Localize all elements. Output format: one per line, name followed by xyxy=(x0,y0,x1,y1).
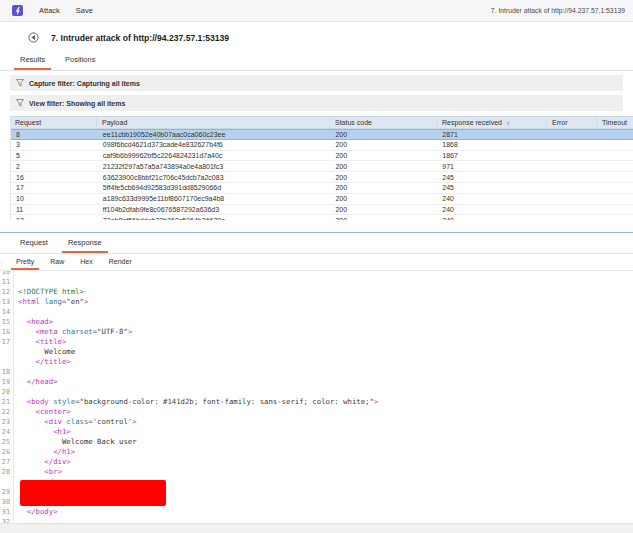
table-row[interactable]: 17 5ff4fe5cb694d92583d391dd8529066d 200 … xyxy=(11,183,633,194)
line-number xyxy=(0,347,14,357)
code-line: 14 xyxy=(0,307,633,317)
code-line: 18 xyxy=(0,367,633,377)
line-number: 26 xyxy=(0,447,14,457)
view-filter-bar[interactable]: View filter: Showing all items xyxy=(10,95,623,111)
sort-chevron-icon: ∨ xyxy=(506,119,510,126)
code-line: 28 <br> xyxy=(0,467,633,477)
code-line: 22 <center> xyxy=(0,407,633,417)
code-line: </title> xyxy=(0,357,633,367)
cell-error xyxy=(547,130,597,139)
back-circle-icon[interactable] xyxy=(28,32,39,43)
line-number: 12 xyxy=(0,287,14,297)
line-number: 30 xyxy=(0,497,14,507)
redaction-box xyxy=(20,480,166,506)
request-response-tabs: Request Response xyxy=(0,233,633,254)
code-line: 27 </div> xyxy=(0,457,633,467)
window-title-text: 7. Intruder attack of http://94.237.57.1… xyxy=(491,7,625,14)
column-header-error[interactable]: Error xyxy=(547,117,597,128)
line-number: 23 xyxy=(0,417,14,427)
line-number: 22 xyxy=(0,407,14,417)
cell-status-code: 200 xyxy=(330,215,437,220)
cell-status-code: 200 xyxy=(330,194,437,204)
cell-payload: 63623900c8bbf21c706c45dcb7a2c083 xyxy=(98,172,331,182)
code-line: 31 </body> xyxy=(0,507,633,517)
horizontal-scrollbar[interactable] xyxy=(0,523,633,533)
cell-response-received: 240 xyxy=(437,194,547,204)
cell-error xyxy=(547,194,597,204)
response-code-view[interactable]: 101112<!DOCTYPE html>13<html lang="en">1… xyxy=(0,271,633,527)
line-number: 19 xyxy=(0,377,14,387)
capture-filter-label: Capture filter: Capturing all items xyxy=(29,80,140,87)
menu-attack[interactable]: Attack xyxy=(39,6,60,15)
column-header-response-received[interactable]: Response received∨ xyxy=(437,117,547,128)
cell-payload: ff104b2dfab9fe8c0676587292a636d3 xyxy=(98,205,331,215)
tab-pretty[interactable]: Pretty xyxy=(8,254,42,270)
table-row[interactable]: 8 ee11cbb19052e40b07aac0ca060c23ee 200 2… xyxy=(11,129,633,140)
line-number: 18 xyxy=(0,367,14,377)
line-number: 25 xyxy=(0,437,14,447)
table-row[interactable]: 11 ff104b2dfab9fe8c0676587292a636d3 200 … xyxy=(11,205,633,216)
cell-payload: ee11cbb19052e40b07aac0ca060c23ee xyxy=(98,130,331,139)
line-number: 14 xyxy=(0,307,14,317)
line-number: 28 xyxy=(0,467,14,477)
code-line: Welcome xyxy=(0,347,633,357)
column-header-timeout[interactable]: Timeout xyxy=(597,117,633,128)
tab-hex[interactable]: Hex xyxy=(72,254,100,270)
view-filter-label: View filter: Showing all items xyxy=(29,100,125,107)
table-row[interactable]: 3 098f6bcd4621d373cade4e832627b4f6 200 1… xyxy=(11,140,633,151)
cell-error xyxy=(547,172,597,182)
cell-error xyxy=(547,140,597,150)
column-header-status-code[interactable]: Status code xyxy=(330,117,437,128)
code-line: 26 </h1> xyxy=(0,447,633,457)
tab-raw[interactable]: Raw xyxy=(42,254,72,270)
table-row[interactable]: 16 63623900c8bbf21c706c45dcb7a2c083 200 … xyxy=(11,172,633,183)
column-header-payload[interactable]: Payload xyxy=(97,117,330,128)
cell-request: 5 xyxy=(11,151,98,161)
main-tabs: Results Positions xyxy=(0,51,633,71)
cell-error xyxy=(547,161,597,171)
cell-error xyxy=(547,151,597,161)
cell-response-received: 1867 xyxy=(437,151,547,161)
funnel-icon xyxy=(16,99,24,107)
tab-render[interactable]: Render xyxy=(101,254,140,270)
cell-payload: 72ab8af56bddab33b360c5064b26620a xyxy=(98,215,331,220)
cell-payload: caf9b6b99962bf5c2264824231d7a40c xyxy=(98,151,331,161)
cell-status-code: 200 xyxy=(330,140,437,150)
code-line: 12<!DOCTYPE html> xyxy=(0,287,633,297)
table-row[interactable]: 12 72ab8af56bddab33b360c5064b26620a 200 … xyxy=(11,215,633,220)
cell-timeout xyxy=(597,194,633,204)
code-line: 15 <head> xyxy=(0,317,633,327)
cell-timeout xyxy=(597,205,633,215)
table-row[interactable]: 2 21232f297a57a5a743894a0e4a801fc3 200 9… xyxy=(11,161,633,172)
line-number: 24 xyxy=(0,427,14,437)
code-line: 17 <title> xyxy=(0,337,633,347)
menu-save[interactable]: Save xyxy=(76,6,93,15)
code-line: 19 </head> xyxy=(0,377,633,387)
code-line: 13<html lang="en"> xyxy=(0,297,633,307)
capture-filter-bar[interactable]: Capture filter: Capturing all items xyxy=(10,75,623,91)
cell-timeout xyxy=(597,140,633,150)
tab-results[interactable]: Results xyxy=(10,51,55,70)
cell-request: 16 xyxy=(11,172,98,182)
cell-response-received: 2871 xyxy=(437,130,547,139)
intruder-attack-window: Attack Save 7. Intruder attack of http:/… xyxy=(0,0,633,533)
column-header-request[interactable]: Request xyxy=(10,117,97,128)
code-lines: 101112<!DOCTYPE html>13<html lang="en">1… xyxy=(0,271,633,527)
line-number: 21 xyxy=(0,397,14,407)
cell-response-received: 240 xyxy=(437,205,547,215)
cell-error xyxy=(547,205,597,215)
code-line: 20 xyxy=(0,387,633,397)
cell-timeout xyxy=(597,172,633,182)
tab-positions[interactable]: Positions xyxy=(55,51,105,70)
tab-response[interactable]: Response xyxy=(58,233,112,253)
line-number: 13 xyxy=(0,297,14,307)
table-row[interactable]: 10 a189c633d9995e11bf8607170ec9a4b8 200 … xyxy=(11,194,633,205)
cell-response-received: 245 xyxy=(437,172,547,182)
cell-response-received: 245 xyxy=(437,183,547,193)
table-row[interactable]: 5 caf9b6b99962bf5c2264824231d7a40c 200 1… xyxy=(11,151,633,162)
cell-status-code: 200 xyxy=(330,161,437,171)
cell-timeout xyxy=(597,151,633,161)
code-line: 16 <meta charset="UTF-8"> xyxy=(0,327,633,337)
line-number: 20 xyxy=(0,387,14,397)
tab-request[interactable]: Request xyxy=(10,233,58,253)
